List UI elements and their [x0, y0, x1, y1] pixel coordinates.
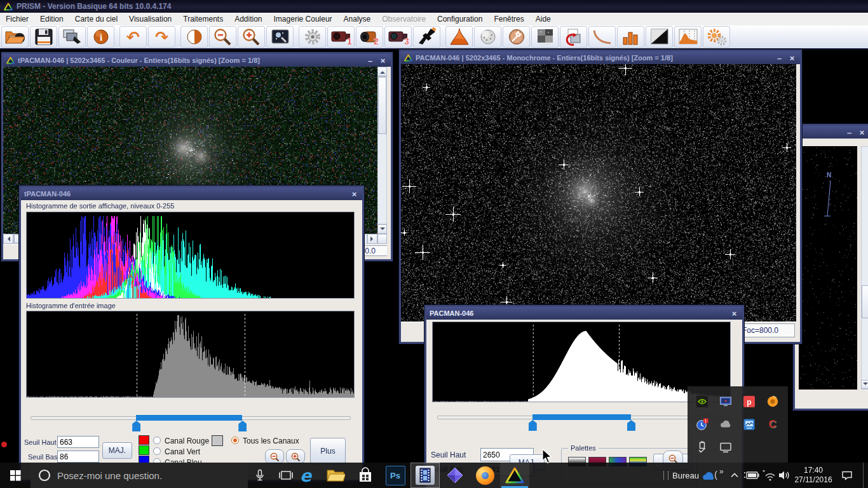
toolbar-calibration-button[interactable]: CALIB	[531, 26, 559, 48]
toolbar-redo-button[interactable]: ↷	[148, 26, 175, 48]
volume-indicator[interactable]	[776, 463, 793, 488]
tray-remote-display-icon[interactable]	[714, 390, 737, 413]
start-button[interactable]	[0, 463, 31, 488]
canal-vert-radio[interactable]	[153, 447, 161, 455]
color-window-titlebar[interactable]: tPACMAN-046 | 5202x3465 - Couleur - Enti…	[3, 54, 391, 67]
menu-fen-tres[interactable]: Fenêtres	[488, 13, 529, 25]
tray-display-icon[interactable]	[714, 436, 737, 459]
menu-configuration[interactable]: Configuration	[431, 13, 488, 25]
chevron-overflow-icon[interactable]: »	[719, 467, 724, 476]
toolbar-scope-button[interactable]	[413, 26, 440, 48]
show-desktop-button[interactable]	[863, 463, 868, 488]
taskbar-app-edge[interactable]: e	[291, 463, 320, 488]
taskbar-app-file-explorer[interactable]	[321, 463, 350, 488]
menu-imagerie-couleur[interactable]: Imagerie Couleur	[268, 13, 338, 25]
scroll-down-button[interactable]	[377, 224, 387, 234]
taskbar-app-firefox[interactable]	[470, 463, 499, 488]
onedrive-cloud-icon[interactable]	[702, 471, 715, 480]
side-vertical-scrollbar[interactable]	[861, 146, 868, 390]
toolbar-wrench-button[interactable]	[503, 26, 530, 48]
toolbar-info-button[interactable]: i	[87, 26, 114, 48]
toolbar-export-button[interactable]	[58, 26, 86, 48]
side-window-titlebar[interactable]: – ×	[795, 126, 868, 139]
scroll-up-button[interactable]	[377, 67, 387, 76]
tray-graphics-icon[interactable]	[737, 413, 761, 436]
clock[interactable]: 17:40 27/11/2016	[793, 465, 834, 485]
toolbar-peak-button[interactable]	[445, 26, 473, 48]
plus-button[interactable]: Plus	[310, 438, 346, 464]
toolbar-invert-button[interactable]	[646, 26, 673, 48]
taskbar-app-photoshop[interactable]: Ps	[381, 463, 410, 488]
toolbar-zoom-in-button[interactable]	[238, 26, 265, 48]
tray-clock-alert-icon[interactable]: !	[690, 413, 714, 436]
close-icon[interactable]: ×	[729, 309, 739, 318]
close-icon[interactable]: ×	[857, 128, 867, 137]
menu-analyse[interactable]: Analyse	[338, 13, 377, 25]
toolbar-gear-button[interactable]	[299, 26, 326, 48]
menu-aide[interactable]: Aide	[530, 13, 557, 25]
low-threshold-handle[interactable]	[529, 420, 537, 431]
wifi-indicator[interactable]: *	[761, 463, 778, 488]
high-threshold-handle[interactable]	[627, 420, 635, 431]
toolbar-curve-button[interactable]	[588, 26, 616, 48]
mono-range-slider[interactable]	[437, 409, 728, 432]
tray-nvidia-icon[interactable]	[690, 390, 714, 413]
high-threshold-handle[interactable]	[238, 421, 247, 431]
minimize-icon[interactable]: –	[365, 57, 375, 65]
toolbar-histogram-button[interactable]	[674, 26, 702, 48]
canal-rouge-radio[interactable]	[153, 437, 161, 444]
menu-carte-du-ciel[interactable]: Carte du ciel	[69, 13, 123, 25]
tray-comodo-icon[interactable]	[761, 390, 784, 413]
menu-visualisation[interactable]: Visualisation	[123, 13, 177, 25]
taskbar-app-video-app[interactable]	[410, 463, 440, 488]
action-center-button[interactable]	[837, 463, 857, 488]
menu-fichier[interactable]: Fichier	[0, 13, 34, 25]
side-image-area[interactable]: N	[799, 146, 857, 390]
toolbar-gears-button[interactable]	[703, 26, 730, 48]
mono-window-titlebar[interactable]: PACMAN-046 | 5202x3465 - Monochrome - En…	[401, 51, 800, 64]
toolbar-rotate-button[interactable]	[560, 26, 587, 48]
tray-usb-eject-icon[interactable]	[690, 436, 714, 459]
mono-dialog-titlebar[interactable]: PACMAN-046 ×	[426, 307, 742, 320]
levels-range-slider[interactable]	[31, 410, 349, 433]
tray-onedrive-offline-icon[interactable]	[714, 413, 737, 436]
battery-indicator[interactable]	[743, 463, 761, 488]
toolbar-screen-zoom-button[interactable]	[266, 26, 294, 48]
taskbar-app-prism[interactable]	[500, 463, 529, 488]
toolbar-undo-button[interactable]: ↶	[119, 26, 147, 48]
close-icon[interactable]: ×	[787, 54, 797, 62]
tray-ccleaner-icon[interactable]: CC	[761, 413, 784, 436]
close-icon[interactable]: ×	[378, 57, 388, 65]
app-titlebar[interactable]: PRISM - Version Basique 64 bits 10.0.4.1…	[0, 0, 868, 13]
scroll-down-button[interactable]	[861, 380, 868, 389]
minimize-icon[interactable]: –	[775, 54, 784, 62]
menu-addition[interactable]: Addition	[229, 13, 268, 25]
toolbar-zoom-out-button[interactable]	[209, 26, 236, 48]
toolbar-contrast-button[interactable]	[180, 26, 208, 48]
menu-traitements[interactable]: Traitements	[177, 13, 229, 25]
toolbar-save-button[interactable]	[30, 26, 57, 48]
minimize-icon[interactable]: –	[844, 128, 854, 137]
toolbar-camera-2-button[interactable]: 2	[356, 26, 383, 48]
low-threshold-handle[interactable]	[132, 421, 140, 431]
seuil-bas-input[interactable]	[57, 451, 99, 463]
tray-picpick-icon[interactable]: p	[737, 390, 761, 413]
taskbar-app-cube-app[interactable]	[440, 463, 470, 488]
mono-image-area[interactable]	[401, 64, 796, 322]
toolbar-bar-chart-button[interactable]	[617, 26, 644, 48]
toolbar-camera-3-button[interactable]: 3	[384, 26, 412, 48]
color-vertical-scrollbar[interactable]	[377, 76, 387, 224]
taskbar-app-windows-store[interactable]	[351, 463, 380, 488]
scroll-right-button[interactable]	[367, 234, 377, 244]
scroll-left-button[interactable]	[3, 234, 13, 244]
toolbar-open-button[interactable]	[1, 26, 29, 48]
histogram-zoom-in-button[interactable]	[286, 449, 305, 464]
microphone-button[interactable]	[249, 463, 271, 488]
tous-canaux-radio[interactable]	[231, 437, 239, 444]
toolbar-sphere-button[interactable]	[474, 26, 501, 48]
cortana-search-box[interactable]: Posez-moi une question.	[31, 463, 248, 488]
histogram-zoom-out-button[interactable]	[265, 449, 284, 464]
maj-button[interactable]: MAJ.	[102, 442, 132, 459]
hidden-icons-chevron[interactable]	[728, 463, 741, 488]
seuil-haut-input[interactable]	[57, 436, 99, 448]
